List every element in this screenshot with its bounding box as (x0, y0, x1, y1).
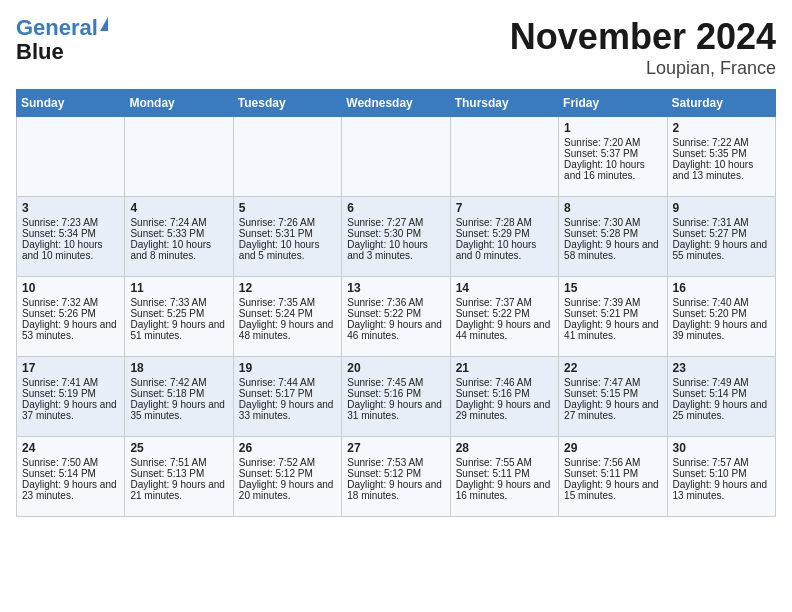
day-info: Sunset: 5:16 PM (347, 388, 444, 399)
calendar-week-5: 24Sunrise: 7:50 AMSunset: 5:14 PMDayligh… (17, 437, 776, 517)
day-info: Daylight: 9 hours and 53 minutes. (22, 319, 119, 341)
day-info: Daylight: 9 hours and 51 minutes. (130, 319, 227, 341)
day-info: Daylight: 9 hours and 20 minutes. (239, 479, 336, 501)
calendar-cell: 1Sunrise: 7:20 AMSunset: 5:37 PMDaylight… (559, 117, 667, 197)
day-info: Sunrise: 7:40 AM (673, 297, 770, 308)
day-number: 22 (564, 361, 661, 375)
day-info: Sunrise: 7:53 AM (347, 457, 444, 468)
calendar-table: SundayMondayTuesdayWednesdayThursdayFrid… (16, 89, 776, 517)
calendar-cell: 13Sunrise: 7:36 AMSunset: 5:22 PMDayligh… (342, 277, 450, 357)
day-info: Daylight: 9 hours and 46 minutes. (347, 319, 444, 341)
day-info: Sunset: 5:14 PM (673, 388, 770, 399)
day-info: Sunset: 5:31 PM (239, 228, 336, 239)
calendar-cell: 20Sunrise: 7:45 AMSunset: 5:16 PMDayligh… (342, 357, 450, 437)
day-info: Sunrise: 7:35 AM (239, 297, 336, 308)
day-info: Sunset: 5:18 PM (130, 388, 227, 399)
day-info: Daylight: 10 hours and 0 minutes. (456, 239, 553, 261)
logo-text: General (16, 16, 98, 40)
weekday-header-row: SundayMondayTuesdayWednesdayThursdayFrid… (17, 90, 776, 117)
day-info: Sunrise: 7:49 AM (673, 377, 770, 388)
day-number: 24 (22, 441, 119, 455)
day-number: 1 (564, 121, 661, 135)
day-number: 12 (239, 281, 336, 295)
day-info: Sunrise: 7:26 AM (239, 217, 336, 228)
day-info: Sunrise: 7:36 AM (347, 297, 444, 308)
weekday-thursday: Thursday (450, 90, 558, 117)
day-info: Sunset: 5:12 PM (239, 468, 336, 479)
calendar-cell (125, 117, 233, 197)
title-area: November 2024 Loupian, France (510, 16, 776, 79)
logo: General Blue (16, 16, 108, 64)
calendar-cell: 25Sunrise: 7:51 AMSunset: 5:13 PMDayligh… (125, 437, 233, 517)
day-info: Sunset: 5:15 PM (564, 388, 661, 399)
day-number: 10 (22, 281, 119, 295)
day-info: Sunset: 5:11 PM (564, 468, 661, 479)
calendar-cell: 9Sunrise: 7:31 AMSunset: 5:27 PMDaylight… (667, 197, 775, 277)
day-info: Sunrise: 7:51 AM (130, 457, 227, 468)
calendar-cell: 8Sunrise: 7:30 AMSunset: 5:28 PMDaylight… (559, 197, 667, 277)
day-info: Daylight: 9 hours and 44 minutes. (456, 319, 553, 341)
day-number: 2 (673, 121, 770, 135)
day-info: Sunset: 5:12 PM (347, 468, 444, 479)
day-number: 6 (347, 201, 444, 215)
calendar-cell: 22Sunrise: 7:47 AMSunset: 5:15 PMDayligh… (559, 357, 667, 437)
day-info: Sunrise: 7:44 AM (239, 377, 336, 388)
day-info: Sunset: 5:21 PM (564, 308, 661, 319)
weekday-wednesday: Wednesday (342, 90, 450, 117)
calendar-cell: 19Sunrise: 7:44 AMSunset: 5:17 PMDayligh… (233, 357, 341, 437)
weekday-friday: Friday (559, 90, 667, 117)
day-info: Sunrise: 7:24 AM (130, 217, 227, 228)
day-number: 25 (130, 441, 227, 455)
day-info: Sunset: 5:10 PM (673, 468, 770, 479)
calendar-cell: 23Sunrise: 7:49 AMSunset: 5:14 PMDayligh… (667, 357, 775, 437)
calendar-cell: 21Sunrise: 7:46 AMSunset: 5:16 PMDayligh… (450, 357, 558, 437)
day-info: Sunset: 5:14 PM (22, 468, 119, 479)
day-info: Sunrise: 7:32 AM (22, 297, 119, 308)
day-info: Sunrise: 7:42 AM (130, 377, 227, 388)
day-info: Sunrise: 7:28 AM (456, 217, 553, 228)
day-info: Daylight: 9 hours and 29 minutes. (456, 399, 553, 421)
day-info: Sunrise: 7:27 AM (347, 217, 444, 228)
day-info: Sunset: 5:35 PM (673, 148, 770, 159)
day-info: Sunset: 5:13 PM (130, 468, 227, 479)
calendar-cell: 4Sunrise: 7:24 AMSunset: 5:33 PMDaylight… (125, 197, 233, 277)
day-info: Sunrise: 7:45 AM (347, 377, 444, 388)
day-number: 30 (673, 441, 770, 455)
day-number: 9 (673, 201, 770, 215)
logo-icon (100, 17, 108, 31)
day-info: Sunset: 5:11 PM (456, 468, 553, 479)
calendar-cell (17, 117, 125, 197)
weekday-sunday: Sunday (17, 90, 125, 117)
calendar-cell (450, 117, 558, 197)
day-info: Daylight: 10 hours and 10 minutes. (22, 239, 119, 261)
day-info: Sunset: 5:27 PM (673, 228, 770, 239)
calendar-cell: 12Sunrise: 7:35 AMSunset: 5:24 PMDayligh… (233, 277, 341, 357)
day-info: Sunset: 5:33 PM (130, 228, 227, 239)
day-number: 23 (673, 361, 770, 375)
calendar-body: 1Sunrise: 7:20 AMSunset: 5:37 PMDaylight… (17, 117, 776, 517)
calendar-cell: 15Sunrise: 7:39 AMSunset: 5:21 PMDayligh… (559, 277, 667, 357)
day-info: Sunrise: 7:23 AM (22, 217, 119, 228)
logo-blue: Blue (16, 40, 64, 64)
day-info: Sunrise: 7:55 AM (456, 457, 553, 468)
day-info: Sunset: 5:28 PM (564, 228, 661, 239)
day-number: 29 (564, 441, 661, 455)
day-info: Sunset: 5:26 PM (22, 308, 119, 319)
day-info: Sunrise: 7:56 AM (564, 457, 661, 468)
day-info: Sunset: 5:24 PM (239, 308, 336, 319)
day-info: Daylight: 9 hours and 37 minutes. (22, 399, 119, 421)
day-info: Daylight: 10 hours and 13 minutes. (673, 159, 770, 181)
day-info: Sunset: 5:22 PM (347, 308, 444, 319)
day-number: 18 (130, 361, 227, 375)
day-number: 27 (347, 441, 444, 455)
day-info: Sunrise: 7:22 AM (673, 137, 770, 148)
calendar-week-2: 3Sunrise: 7:23 AMSunset: 5:34 PMDaylight… (17, 197, 776, 277)
day-info: Daylight: 9 hours and 25 minutes. (673, 399, 770, 421)
calendar-week-4: 17Sunrise: 7:41 AMSunset: 5:19 PMDayligh… (17, 357, 776, 437)
day-info: Sunset: 5:19 PM (22, 388, 119, 399)
day-number: 20 (347, 361, 444, 375)
day-info: Sunrise: 7:41 AM (22, 377, 119, 388)
day-info: Daylight: 10 hours and 16 minutes. (564, 159, 661, 181)
day-info: Sunset: 5:20 PM (673, 308, 770, 319)
day-number: 16 (673, 281, 770, 295)
